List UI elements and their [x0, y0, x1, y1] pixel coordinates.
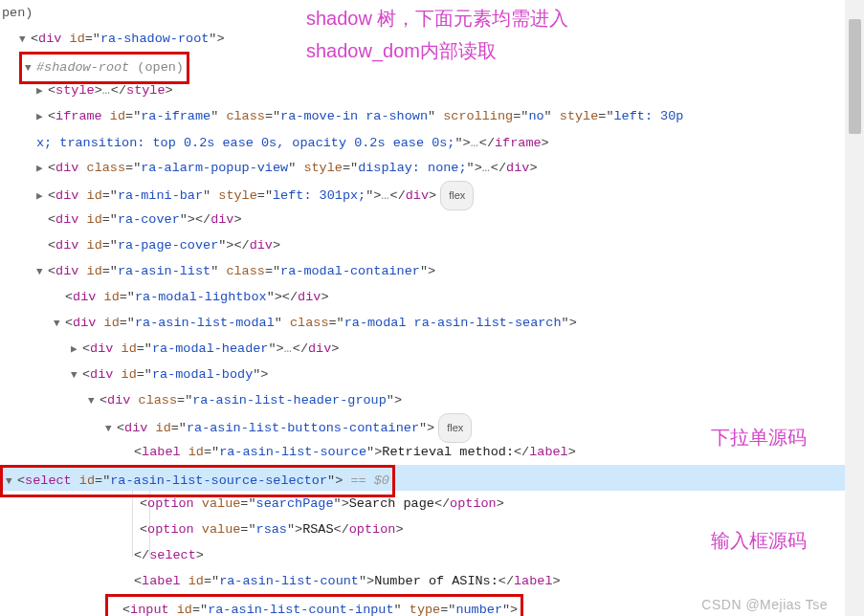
annotation-shadow-tree-1: shadow 树，下面元素均需进入 [306, 6, 569, 32]
node-select-source-selector-row[interactable]: ▼<select id="ra-asin-list-source-selecto… [0, 465, 845, 491]
collapse-icon[interactable]: ▶ [36, 78, 46, 104]
scrollbar-track[interactable] [845, 0, 864, 616]
node-ra-cover[interactable]: <div id="ra-cover"></div> [0, 207, 845, 232]
annotation-input-source: 输入框源码 [711, 528, 807, 554]
watermark: CSDN @Mejias Tse [701, 597, 828, 612]
node-option-searchPage[interactable]: <option value="searchPage">Search page</… [0, 491, 845, 517]
collapse-icon[interactable]: ▶ [36, 156, 46, 182]
node-style[interactable]: ▶<style>…</style> [0, 77, 845, 103]
node-ra-page-cover[interactable]: <div id="ra-page-cover"></div> [0, 232, 845, 258]
node-ra-asin-list-header-group[interactable]: ▼<div class="ra-asin-list-header-group"> [0, 387, 845, 413]
expand-icon[interactable]: ▼ [36, 259, 46, 285]
node-ra-iframe[interactable]: ▶<iframe id="ra-iframe" class="ra-move-i… [0, 103, 845, 155]
dom-tree-panel: shadow 树，下面元素均需进入 shadow_dom内部读取 下拉单源码 输… [0, 0, 845, 616]
collapse-icon[interactable]: ▶ [36, 184, 46, 209]
node-ra-asin-list-modal[interactable]: ▼<div id="ra-asin-list-modal" class="ra-… [0, 310, 845, 336]
node-ra-mini-bar[interactable]: ▶<div id="ra-mini-bar" style="left: 301p… [0, 181, 845, 207]
expand-icon[interactable]: ▼ [71, 363, 80, 388]
node-ra-modal-body[interactable]: ▼<div id="ra-modal-body"> [0, 362, 845, 387]
expand-icon[interactable]: ▼ [54, 311, 63, 337]
node-ra-modal-header[interactable]: ▶<div id="ra-modal-header">…</div> [0, 336, 845, 362]
node-ra-modal-lightbox[interactable]: <div id="ra-modal-lightbox"></div> [0, 284, 845, 310]
expand-icon[interactable]: ▼ [105, 416, 115, 442]
expand-icon[interactable]: ▼ [19, 27, 29, 53]
scrollbar-thumb[interactable] [849, 19, 861, 134]
highlight-box-input: <input id="ra-asin-list-count-input" typ… [105, 594, 523, 616]
node-label-count[interactable]: <label id="ra-asin-list-count">Number of… [0, 568, 845, 594]
node-ra-asin-list[interactable]: ▼<div id="ra-asin-list" class="ra-modal-… [0, 258, 845, 284]
collapse-icon[interactable]: ▶ [71, 337, 80, 363]
annotation-dropdown-source: 下拉单源码 [711, 425, 807, 451]
collapse-icon[interactable]: ▶ [36, 104, 46, 130]
expand-icon[interactable]: ▼ [88, 388, 98, 414]
annotation-shadow-tree-2: shadow_dom内部读取 [306, 38, 497, 64]
node-ra-alarm-popup-view[interactable]: ▶<div class="ra-alarm-popup-view" style=… [0, 155, 845, 181]
